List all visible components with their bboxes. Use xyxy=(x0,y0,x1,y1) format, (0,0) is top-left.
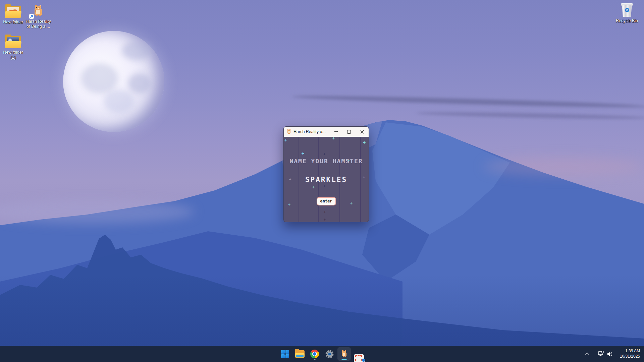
game-window: Harsh Reality o... ++++++++++++++ NAME Y… xyxy=(283,126,369,222)
snipping-tool-icon xyxy=(355,355,362,361)
sparkle-glyph: + xyxy=(324,209,326,214)
maximize-button[interactable] xyxy=(342,127,356,137)
taskbar: 1:39 AM 10/31/2025 xyxy=(0,346,644,362)
game-canvas: ++++++++++++++ NAME YOUR HAMSTER SPARKLE… xyxy=(284,137,369,222)
volume-tray-button[interactable] xyxy=(607,346,613,362)
minimize-button[interactable] xyxy=(329,127,342,137)
settings-button[interactable] xyxy=(323,347,336,361)
tray-time: 1:39 AM xyxy=(625,349,640,354)
sparkle-glyph: + xyxy=(284,137,287,143)
desktop-icon-label: New folder (2) xyxy=(0,50,26,60)
speaker-icon xyxy=(607,351,613,357)
windows-logo-icon xyxy=(281,350,289,358)
enter-button[interactable]: enter xyxy=(316,197,336,205)
desktop-icon-label: Recycle Bin xyxy=(616,18,638,23)
tray-chevron-button[interactable] xyxy=(585,346,590,362)
chevron-up-icon xyxy=(585,352,590,356)
sparkle-glyph: + xyxy=(312,184,315,190)
hamster-name-value: SPARKLES xyxy=(284,176,369,184)
desktop-icon-label: New folder xyxy=(3,20,23,25)
gear-icon xyxy=(325,350,334,359)
file-explorer-icon xyxy=(295,350,305,358)
desktop-icon-new-folder-2[interactable]: New folder (2) xyxy=(0,33,26,60)
shortcut-arrow-icon xyxy=(29,14,34,19)
sparkle-glyph: + xyxy=(350,200,353,206)
cloud-glow xyxy=(483,158,644,176)
desktop-icon-label: Harsh Reality of Being a ... xyxy=(25,19,51,29)
tray-date: 10/31/2025 xyxy=(620,354,640,359)
sparkle-glyph: + xyxy=(302,151,304,156)
sparkle-glyph: + xyxy=(324,217,326,222)
close-button[interactable] xyxy=(356,127,369,137)
network-tray-button[interactable] xyxy=(598,346,604,362)
snipping-tool-badge xyxy=(362,358,365,362)
hamster-game-icon xyxy=(341,350,347,358)
taskbar-clock[interactable]: 1:39 AM 10/31/2025 xyxy=(620,346,640,362)
network-icon xyxy=(598,351,604,357)
file-explorer-button[interactable] xyxy=(293,347,307,361)
folder-image-icon xyxy=(4,33,22,49)
sparkle-glyph: + xyxy=(363,140,366,145)
desktop-icon-harsh-reality-shortcut[interactable]: Harsh Reality of Being a ... xyxy=(25,2,51,29)
folder-image-icon xyxy=(4,3,22,19)
snipping-tool-button[interactable] xyxy=(354,354,364,362)
recycle-bin-icon: ♻ xyxy=(621,1,633,17)
close-icon xyxy=(360,130,364,134)
sparkle-glyph: + xyxy=(323,152,326,156)
sparkle-glyph: + xyxy=(288,202,290,207)
chrome-icon xyxy=(310,350,319,358)
sparkle-glyph: + xyxy=(323,183,326,188)
chrome-button[interactable] xyxy=(308,347,321,361)
start-button[interactable] xyxy=(278,347,292,361)
window-hamster-icon xyxy=(287,129,291,135)
window-title: Harsh Reality o... xyxy=(293,129,329,134)
hamster-shortcut-icon xyxy=(33,2,43,18)
desktop-icon-new-folder[interactable]: New folder xyxy=(0,3,26,25)
running-indicator xyxy=(314,359,316,360)
sparkle-glyph: + xyxy=(332,135,335,141)
active-indicator xyxy=(341,359,347,360)
game-prompt-text: NAME YOUR HAMSTER xyxy=(284,158,369,165)
window-titlebar[interactable]: Harsh Reality o... xyxy=(284,127,369,137)
desktop-icon-recycle-bin[interactable]: ♻ Recycle Bin xyxy=(614,1,640,23)
desktop-screen: New folder Harsh Reality of Being a ... xyxy=(0,0,644,362)
hamster-game-button[interactable] xyxy=(337,347,351,361)
